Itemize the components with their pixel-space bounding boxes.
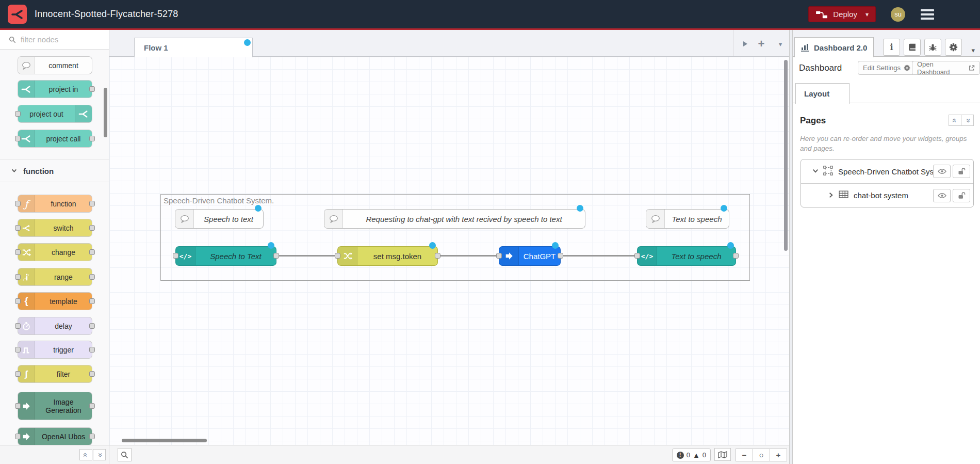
node-text-to-speech[interactable]: </> Text to speech xyxy=(638,247,736,265)
change-icon xyxy=(338,247,357,265)
palette-node-trigger[interactable]: trigger xyxy=(18,341,92,358)
palette-node-filter[interactable]: ∫ filter xyxy=(18,365,92,382)
tab-flow-1[interactable]: Flow 1 xyxy=(134,38,253,57)
node-output-port xyxy=(89,249,95,255)
palette-node-template[interactable]: { template xyxy=(18,293,92,310)
comment-icon xyxy=(324,210,343,228)
palette-node-project-in[interactable]: project in xyxy=(18,81,92,98)
wire[interactable] xyxy=(437,255,499,257)
palette-node-delay[interactable]: delay xyxy=(18,317,92,334)
node-label: Requesting to chat-gpt with text recived… xyxy=(343,210,585,228)
node-output-port[interactable] xyxy=(558,253,563,259)
node-output-port[interactable] xyxy=(435,253,440,259)
node-output-port xyxy=(89,323,95,329)
palette-node-label: comment xyxy=(35,57,92,74)
deploy-caret-icon[interactable]: ▾ xyxy=(865,11,869,18)
zoom-in-button[interactable]: + xyxy=(770,449,787,461)
node-input-port[interactable] xyxy=(634,253,640,259)
node-output-port xyxy=(89,298,95,304)
info-tab-button[interactable]: i xyxy=(883,39,900,56)
toggle-lock-button[interactable] xyxy=(953,189,970,202)
node-input-port[interactable] xyxy=(496,253,502,259)
deploy-label: Deploy xyxy=(833,10,857,19)
move-up-button[interactable]: « xyxy=(949,115,961,126)
palette-category-function[interactable]: function xyxy=(0,159,109,182)
node-label: Speech to Text xyxy=(195,247,276,265)
canvas-vertical-scrollbar-thumb[interactable] xyxy=(784,60,788,251)
bug-icon xyxy=(928,43,937,52)
edit-settings-button[interactable]: Edit Settings xyxy=(858,61,916,75)
palette-scrollbar-thumb[interactable] xyxy=(104,88,107,137)
chevron-down-icon[interactable] xyxy=(812,167,819,176)
palette-node-label: OpenAI Ubos xyxy=(35,428,92,445)
deploy-button[interactable]: Deploy ▾ xyxy=(808,6,876,22)
comment-node-speech-to-text[interactable]: Speech to text xyxy=(175,210,263,228)
main-menu-icon[interactable] xyxy=(921,9,934,20)
node-output-port[interactable] xyxy=(273,253,279,259)
page-row-chat-bot-system[interactable]: chat-bot system xyxy=(801,183,973,207)
node-set-msg-token[interactable]: set msg.token xyxy=(338,247,437,265)
palette-scroll-area: comment project in project out xyxy=(0,50,109,445)
flow-group[interactable]: Speech-Driven Chatbot System. xyxy=(160,194,750,281)
toggle-visibility-button[interactable] xyxy=(933,189,951,202)
node-chatgpt[interactable]: ChatGPT xyxy=(499,247,560,265)
flow-list-dropdown[interactable]: ▾ xyxy=(774,37,787,51)
toggle-lock-button[interactable] xyxy=(953,165,970,178)
palette-node-project-out[interactable]: project out xyxy=(18,105,92,122)
config-tab-button[interactable] xyxy=(945,39,962,56)
changed-indicator xyxy=(552,242,559,249)
chevron-right-icon[interactable] xyxy=(828,191,834,200)
palette-node-comment[interactable]: comment xyxy=(18,57,92,74)
sidebar-splitter[interactable] xyxy=(789,30,793,464)
comment-node-text-to-speech[interactable]: Text to speech xyxy=(646,210,729,228)
node-input-port[interactable] xyxy=(173,253,178,259)
node-speech-to-text[interactable]: </> Speech to Text xyxy=(176,247,276,265)
palette-node-project-call[interactable]: project call xyxy=(18,130,92,147)
node-input-port xyxy=(15,225,21,231)
tab-dashboard-2[interactable]: Dashboard 2.0 xyxy=(794,37,874,57)
palette-node-image-generation[interactable]: Image Generation xyxy=(18,392,92,420)
pages-section-title: Pages xyxy=(800,116,826,126)
code-icon: </> xyxy=(638,247,657,265)
wire[interactable] xyxy=(560,255,638,257)
user-avatar[interactable]: su xyxy=(891,7,905,22)
open-dashboard-button[interactable]: Open Dashboard xyxy=(912,61,980,75)
expand-all-button[interactable]: « xyxy=(93,449,106,460)
node-output-port[interactable] xyxy=(733,253,739,259)
next-tab-button[interactable] xyxy=(739,37,752,51)
node-input-port xyxy=(15,347,21,353)
comment-node-requesting[interactable]: Requesting to chat-gpt with text recived… xyxy=(324,210,585,228)
zoom-out-button[interactable]: − xyxy=(736,449,753,461)
sidebar-menu-caret[interactable]: ▾ xyxy=(971,46,975,54)
add-flow-button[interactable]: + xyxy=(755,37,768,51)
comment-icon xyxy=(646,210,665,228)
filter-nodes-input[interactable] xyxy=(21,35,98,44)
unlock-icon xyxy=(958,168,966,175)
search-icon xyxy=(121,451,128,459)
tab-layout[interactable]: Layout xyxy=(795,83,850,104)
toggle-visibility-button[interactable] xyxy=(933,165,951,178)
palette-node-change[interactable]: change xyxy=(18,244,92,261)
pages-help-text: Here you can re-order and move your widg… xyxy=(800,134,973,153)
navigator-button[interactable] xyxy=(714,448,731,461)
help-tab-button[interactable] xyxy=(904,39,921,56)
comment-icon xyxy=(18,57,35,74)
palette-node-openai-ubos[interactable]: OpenAI Ubos xyxy=(18,428,92,445)
flow-canvas[interactable]: Speech-Driven Chatbot System. Speech to … xyxy=(109,57,789,445)
book-icon xyxy=(908,43,917,52)
collapse-all-button[interactable]: « xyxy=(79,449,92,460)
canvas-search-button[interactable] xyxy=(118,448,132,461)
zoom-reset-button[interactable]: ○ xyxy=(753,449,770,461)
palette-node-range[interactable]: range xyxy=(18,268,92,285)
debug-tab-button[interactable] xyxy=(924,39,941,56)
palette-node-switch[interactable]: switch xyxy=(18,219,92,236)
flow-status[interactable]: ! 0 ▲ 0 xyxy=(672,449,711,461)
palette-node-label: template xyxy=(35,293,92,310)
move-down-button[interactable]: « xyxy=(961,115,974,126)
sidebar-tab-label: Dashboard 2.0 xyxy=(814,43,867,52)
wire[interactable] xyxy=(276,255,338,257)
canvas-horizontal-scrollbar-thumb[interactable] xyxy=(122,439,207,442)
palette-node-function[interactable]: ƒ function xyxy=(18,195,92,212)
page-row-speech-driven-chatbot[interactable]: Speech-Driven Chatbot System xyxy=(801,159,973,183)
node-input-port[interactable] xyxy=(335,253,340,259)
